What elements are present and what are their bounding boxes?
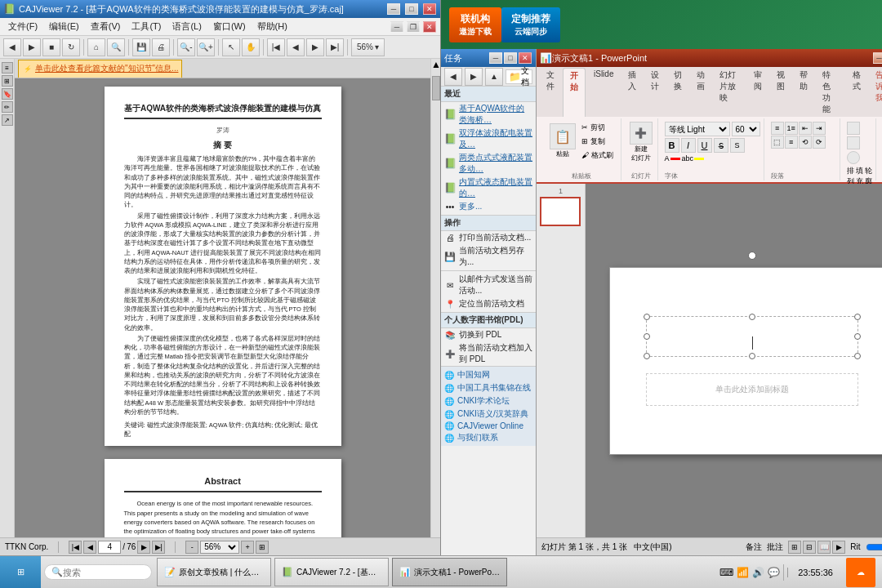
link-forum[interactable]: 🌐 CNKI学术论坛 (444, 394, 532, 408)
recent-item-3[interactable]: 两类点式式液配装置多动… (441, 151, 536, 176)
nav-prev[interactable]: ◀ (83, 541, 96, 554)
taskbar-item-2[interactable]: 📊 演示文稿1 - PowerPo… (392, 558, 507, 586)
handle-tm[interactable] (749, 314, 755, 320)
list-numbers-btn[interactable]: 1≡ (785, 122, 798, 135)
action-email[interactable]: ✉ 以邮件方式发送当前活动... (441, 273, 536, 297)
tb-prev-page[interactable]: ◀ (287, 38, 305, 56)
zoom-select[interactable]: 56% 75% 100% (200, 541, 239, 554)
tb-save-button[interactable]: 💾 (132, 38, 150, 56)
increase-indent-btn[interactable]: ⇥ (813, 122, 826, 135)
new-slide-btn[interactable]: ➕ 新建 幻灯片 (630, 122, 653, 163)
text-highlight-btn[interactable]: abc (682, 154, 705, 163)
tb-zoom-level[interactable]: 56% ▾ (351, 38, 385, 56)
ribbon-tab-special[interactable]: 特色功能 (816, 68, 844, 117)
format-painter-btn[interactable]: 🖌 格式刷 (579, 149, 616, 162)
ribbon-tab-review[interactable]: 审阅 (747, 68, 768, 117)
handle-ml[interactable] (644, 333, 650, 340)
underline-btn[interactable]: U (697, 138, 712, 153)
pdl-add[interactable]: ➕ 将当前活动文档加入到 PDL (441, 341, 536, 366)
caj-inner-minimize[interactable]: ─ (390, 21, 403, 33)
strikethrough-btn[interactable]: S̶ (714, 138, 728, 153)
ppt-slide-main[interactable]: 单击此处添加副标题 (609, 267, 882, 455)
tb-last-page[interactable]: ▶| (326, 38, 344, 56)
scroll-up-btn[interactable]: ▲ (431, 59, 440, 75)
tray-icon-sound[interactable]: 🔊 (752, 567, 764, 578)
zoom-in-btn[interactable]: + (241, 541, 254, 554)
shape-2[interactable] (847, 136, 860, 149)
handle-bm[interactable] (749, 353, 755, 359)
menu-tools[interactable]: 工具(T) (127, 19, 166, 34)
taskbar-item-0[interactable]: 📝 原创文章投稿 | 什么… (157, 558, 271, 586)
menu-window[interactable]: 窗口(W) (208, 19, 251, 34)
decrease-indent-btn[interactable]: ⇤ (799, 122, 812, 135)
tb-print-button[interactable]: 🖨 (152, 38, 170, 56)
taskbar-search[interactable]: 🔍 (44, 564, 152, 580)
slide-thumbnail-1[interactable] (540, 197, 581, 226)
sidebar-thumbnail-btn[interactable]: ⊞ (2, 75, 13, 87)
cut-btn[interactable]: ✂ 剪切 (579, 122, 616, 134)
pdl-switch[interactable]: 📚 切换到 PDL (441, 328, 536, 341)
tb-refresh-button[interactable]: ↻ (62, 38, 80, 56)
recent-item-4[interactable]: 内置式液态配电装置的… (441, 176, 536, 200)
paste-btn[interactable]: 📋 粘贴 (548, 122, 577, 160)
tb-first-page[interactable]: |◀ (267, 38, 285, 56)
font-size-select[interactable]: 60 (732, 122, 760, 136)
tb-next-page[interactable]: ▶ (306, 38, 324, 56)
recent-item-2[interactable]: 双浮体波浪配电装置及… (441, 127, 536, 151)
tb-home-button[interactable]: ⌂ (87, 38, 105, 56)
ribbon-tab-insert[interactable]: 插入 (621, 68, 643, 117)
shape-3[interactable] (847, 151, 860, 164)
tb-forward-button[interactable]: ▶ (23, 38, 41, 56)
action-saveas[interactable]: 当前活动文档另存为... (441, 244, 536, 269)
sidebar-toc-btn[interactable]: ≡ (2, 62, 13, 74)
fp-back[interactable]: ◀ (444, 68, 462, 86)
text-direction-btn[interactable]: ⟲ (799, 136, 812, 149)
tb-zoom-in-button[interactable]: 🔍+ (197, 38, 215, 56)
tb-select-button[interactable]: ↖ (222, 38, 240, 56)
italic-btn[interactable]: I (681, 138, 696, 153)
ppt-minimize[interactable]: ─ (873, 52, 882, 64)
handle-br[interactable] (854, 353, 861, 359)
action-print[interactable]: 打印当前活动文档... (441, 231, 536, 244)
taskbar-item-1[interactable]: 📗 CAJViewer 7.2 - [基… (274, 558, 389, 586)
tb-pan-button[interactable]: ✋ (242, 38, 260, 56)
align-center-btn[interactable]: ≡ (785, 136, 798, 149)
more-items-link[interactable]: ••• 更多... (441, 200, 536, 213)
cajviewer-maximize-button[interactable]: □ (405, 3, 418, 15)
align-left-btn[interactable]: ⬚ (771, 136, 784, 149)
scroll-thumb[interactable] (432, 76, 440, 100)
caj-inner-close[interactable]: ✕ (423, 21, 436, 33)
tb-stop-button[interactable]: ■ (42, 38, 60, 56)
link-tools[interactable]: 🌐 中国工具书集锦在线 (444, 381, 532, 394)
fp-forward[interactable]: ▶ (465, 68, 483, 86)
ribbon-tab-file[interactable]: 文件 (540, 68, 561, 117)
font-color-btn[interactable]: A (665, 154, 680, 163)
zoom-slider[interactable] (866, 541, 882, 553)
tray-icon-notification[interactable]: 💬 (768, 567, 780, 578)
ribbon-tab-view[interactable]: 视图 (770, 68, 791, 117)
reading-view-btn[interactable]: 📖 (817, 541, 831, 554)
ribbon-tab-slideshow[interactable]: 幻灯片放映 (713, 68, 745, 117)
handle-tr[interactable] (854, 314, 861, 320)
convert-smartart-btn[interactable]: ⟳ (813, 136, 826, 149)
sidebar-annot-btn[interactable]: ✏ (2, 101, 13, 113)
tb-back-button[interactable]: ◀ (3, 38, 21, 56)
tb-zoom-out-button[interactable]: 🔍- (177, 38, 195, 56)
banner-btn-2[interactable]: 定制推荐 云端同步 (501, 7, 560, 42)
ribbon-tab-format[interactable]: 格式 (846, 68, 867, 117)
fp-up[interactable]: ▲ (485, 68, 503, 86)
copy-btn[interactable]: ⊞ 复制 (579, 136, 616, 148)
link-cnki[interactable]: 🌐 中国知网 (444, 368, 532, 381)
menu-edit[interactable]: 编辑(E) (44, 19, 84, 34)
slide-sorter-btn[interactable]: ⊟ (803, 541, 816, 554)
sidebar-bookmark-btn[interactable]: 🔖 (2, 88, 13, 100)
handle-tl[interactable] (644, 314, 650, 320)
taskbar-search-input[interactable] (63, 568, 145, 577)
menu-file[interactable]: 文件(F) (3, 19, 42, 34)
ribbon-tab-transitions[interactable]: 切换 (667, 68, 688, 117)
zoom-fit-btn[interactable]: ⊞ (256, 541, 269, 554)
fp-float[interactable]: □ (504, 52, 517, 64)
comments-btn[interactable]: 批注 (767, 541, 783, 553)
fp-minimize[interactable]: ─ (489, 52, 502, 64)
recent-item-1[interactable]: 基于AQWA软件的类海桥… (441, 102, 536, 127)
